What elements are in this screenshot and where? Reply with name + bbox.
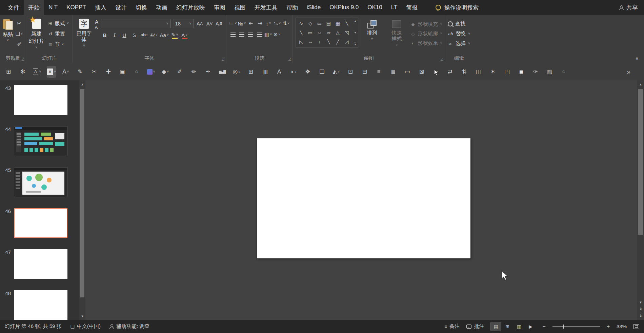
font-size-input[interactable]: 18 ˅: [173, 19, 194, 28]
theme-colors-icon[interactable]: ▩˅: [147, 66, 156, 78]
layers-icon[interactable]: ❏: [318, 66, 326, 78]
merge-icon[interactable]: ◫: [474, 66, 483, 78]
dialog-launcher-icon[interactable]: ◿: [21, 58, 24, 61]
shape-icon[interactable]: ╲: [298, 30, 304, 35]
fit-to-window-icon[interactable]: [633, 324, 639, 329]
shape-icon[interactable]: ╱: [335, 39, 341, 44]
wand-icon[interactable]: ✑: [531, 66, 540, 78]
scroll-down-icon[interactable]: ▾: [79, 312, 85, 320]
shape-icon[interactable]: ▭: [307, 30, 313, 35]
format-brush-icon[interactable]: ❖: [303, 66, 312, 78]
dialog-launcher-icon[interactable]: ◿: [288, 58, 291, 61]
text-box-tool-icon[interactable]: ✕˅: [47, 66, 56, 78]
reading-view-button[interactable]: ▥: [514, 322, 524, 331]
previous-slide-button[interactable]: ⇞: [639, 307, 642, 311]
format-painter-icon[interactable]: ✐: [15, 40, 23, 49]
scissors-icon[interactable]: ✂: [90, 66, 99, 78]
shape-icon[interactable]: ○: [316, 30, 322, 35]
menu-tab[interactable]: 插入: [90, 0, 111, 15]
text-frame-icon[interactable]: ▭: [403, 66, 412, 78]
scrollbar-thumb[interactable]: [638, 89, 643, 235]
gallery-scroll-button[interactable]: ▴: [354, 19, 356, 23]
replace-button[interactable]: ab替换˅: [448, 29, 470, 38]
shape-icon[interactable]: →: [307, 39, 313, 44]
slide-sorter-button[interactable]: ⊞: [502, 322, 512, 331]
design-ideas-icon[interactable]: ✻: [18, 66, 27, 78]
slide-thumbnail[interactable]: [14, 208, 67, 238]
copy-icon[interactable]: ❏˅: [15, 30, 23, 38]
shape-icon[interactable]: ◿: [344, 39, 350, 44]
notes-button[interactable]: ≡ 备注: [444, 323, 460, 330]
scrollbar-thumb[interactable]: [80, 89, 84, 297]
text-direction-icon[interactable]: ⇋˅: [273, 19, 281, 28]
text-shadow-icon[interactable]: S: [130, 31, 138, 39]
canvas-scrollbar[interactable]: ▴ ▾ ⇞ ⇟: [637, 80, 644, 320]
slide-thumbnail[interactable]: [14, 290, 67, 320]
slide-thumbnail[interactable]: [14, 126, 67, 156]
highlight-color-icon[interactable]: ✎˅: [171, 31, 179, 39]
menu-tab[interactable]: OKPlus 9.0: [325, 0, 363, 15]
align-left-icon[interactable]: [229, 30, 237, 39]
zoom-level[interactable]: 33%: [617, 324, 627, 329]
dialog-launcher-icon[interactable]: ◿: [441, 58, 443, 61]
menu-tab[interactable]: 文件: [3, 0, 24, 15]
new-slide-button[interactable]: 新建 幻灯片 ˅: [29, 18, 44, 49]
group-objects-icon[interactable]: ⊡: [346, 66, 355, 78]
table-icon[interactable]: ⊞: [246, 66, 255, 78]
shape-effects-button[interactable]: ◐形状效果˅: [410, 39, 442, 47]
zoom-slider-thumb[interactable]: [563, 325, 564, 329]
font-style-icon[interactable]: A˅: [61, 66, 70, 78]
eyedropper-icon[interactable]: ✒: [204, 66, 213, 78]
grow-font-icon[interactable]: A˄: [196, 19, 204, 28]
align-center-icon[interactable]: [238, 30, 246, 39]
font-name-input[interactable]: ˅: [101, 19, 171, 28]
screenshot-icon[interactable]: ▣: [118, 66, 127, 78]
scroll-up-icon[interactable]: ▴: [79, 80, 85, 88]
layout-button[interactable]: ⊞版式˅: [46, 19, 70, 28]
align-text-icon[interactable]: ⇅˅: [282, 19, 290, 28]
gallery-scroll-button[interactable]: ▾: [354, 42, 356, 46]
used-fonts-button[interactable]: 字 已用字体 ˅: [76, 18, 93, 47]
menu-tab[interactable]: 视图: [230, 0, 250, 15]
gallery-scroll-button[interactable]: ▾: [354, 31, 356, 34]
cut-icon[interactable]: ✂: [15, 19, 23, 28]
shape-icon[interactable]: ▤: [325, 21, 331, 26]
paste-button[interactable]: 粘贴 ˅: [3, 18, 13, 42]
shape-fill-button[interactable]: ◆形状填充˅: [410, 20, 442, 28]
bullets-icon[interactable]: ≔˅: [229, 19, 237, 28]
layout-placeholder-icon[interactable]: ⊞: [4, 66, 13, 78]
strikethrough-icon[interactable]: abc: [140, 31, 148, 39]
oval-tool-icon[interactable]: ○: [133, 66, 141, 78]
more-tools-icon[interactable]: »: [627, 68, 640, 76]
shape-icon[interactable]: ▱: [325, 30, 331, 35]
menu-tab[interactable]: 开发工具: [250, 0, 282, 15]
menu-tab[interactable]: iSlide: [302, 0, 325, 15]
slide-thumbnail[interactable]: [14, 249, 67, 279]
align-right-icon[interactable]: [247, 30, 255, 39]
section-button[interactable]: ≣节˅: [46, 40, 70, 49]
pencil-icon[interactable]: ✏: [189, 66, 198, 78]
add-placeholder-icon[interactable]: ✚: [104, 66, 113, 78]
slide-thumbnail[interactable]: [14, 167, 67, 197]
ink-pen-icon[interactable]: ✎: [76, 66, 84, 78]
arrange-button[interactable]: 排列 ˅: [361, 18, 383, 41]
menu-tab[interactable]: 开始: [24, 0, 44, 15]
menu-tab[interactable]: 设计: [111, 0, 131, 15]
thumbnails-scrollbar[interactable]: ▴ ▾: [79, 80, 85, 320]
collapse-ribbon-button[interactable]: ∧: [635, 56, 639, 61]
freeform-icon[interactable]: ✐: [175, 66, 184, 78]
crop-frame-icon[interactable]: ◳: [503, 66, 511, 78]
shape-icon[interactable]: ╲: [344, 21, 350, 26]
ungroup-objects-icon[interactable]: ⊟: [360, 66, 369, 78]
underline-icon[interactable]: U: [121, 31, 128, 39]
text-style-icon[interactable]: A˅: [33, 66, 41, 78]
share-button[interactable]: 共享: [619, 4, 638, 12]
columns-icon[interactable]: ▥: [261, 66, 269, 78]
quick-styles-button[interactable]: 快速样式 ˅: [385, 18, 408, 47]
shape-icon[interactable]: △: [335, 30, 341, 35]
shape-icon[interactable]: ↓: [316, 39, 322, 44]
doughnut-chart-icon[interactable]: ◎˅: [232, 66, 241, 78]
fill-swatch-icon[interactable]: ■: [517, 66, 526, 78]
char-spacing-icon[interactable]: AV˅: [150, 31, 158, 39]
comments-button[interactable]: 批注: [466, 323, 484, 330]
